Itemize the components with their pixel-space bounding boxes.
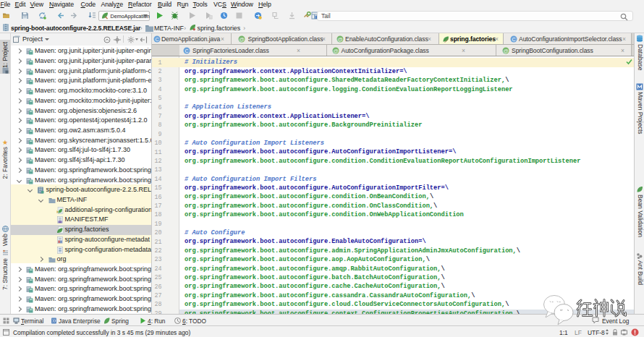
svg-text:C: C — [155, 36, 158, 41]
svg-text:C: C — [185, 48, 188, 53]
svg-text:@: @ — [503, 47, 509, 54]
svg-text:@: @ — [239, 35, 245, 42]
svg-text:@: @ — [333, 47, 339, 54]
svg-text:C: C — [512, 36, 515, 41]
svg-text:@: @ — [337, 35, 343, 42]
